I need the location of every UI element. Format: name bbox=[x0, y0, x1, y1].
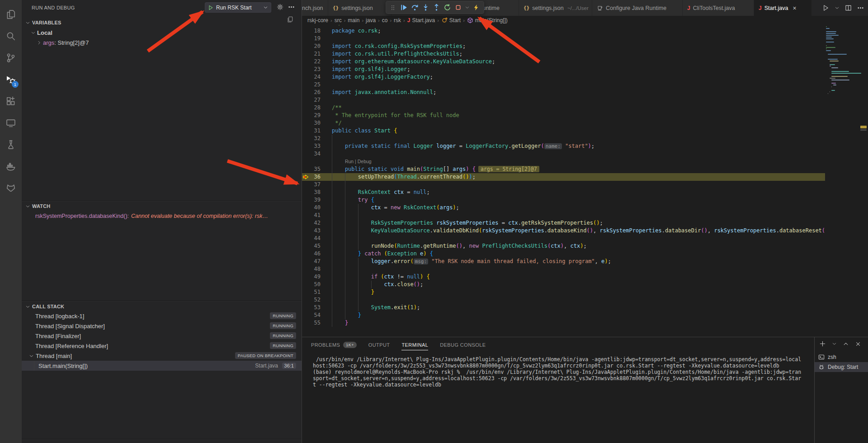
editor-gutter[interactable]: 46 bbox=[302, 250, 332, 258]
chevron-down-icon[interactable] bbox=[835, 5, 840, 10]
editor-gutter[interactable]: 23 bbox=[302, 66, 332, 73]
remote-monitor-icon[interactable] bbox=[0, 114, 22, 132]
breakpoints-section-header[interactable]: BREAKPOINTS bbox=[25, 440, 69, 443]
breadcrumb-item-start-java[interactable]: JStart.java bbox=[407, 17, 435, 24]
editor-gutter[interactable]: 54 bbox=[302, 311, 332, 319]
step-over-icon[interactable] bbox=[410, 3, 419, 12]
watch-section-header[interactable]: WATCH bbox=[25, 202, 51, 211]
source-control-icon[interactable] bbox=[0, 49, 22, 67]
editor-gutter[interactable]: 48 bbox=[302, 265, 332, 273]
editor-gutter[interactable]: 18 bbox=[302, 27, 332, 35]
stop-icon[interactable] bbox=[453, 3, 462, 12]
breadcrumb-item-rsk[interactable]: rsk bbox=[394, 17, 401, 24]
split-editor-icon[interactable] bbox=[845, 5, 852, 11]
tab-output[interactable]: OUTPUT bbox=[368, 337, 390, 352]
hot-code-replace-bolt-icon[interactable] bbox=[472, 3, 481, 12]
editor-gutter[interactable]: 34 bbox=[302, 150, 332, 158]
editor-gutter[interactable]: 51 bbox=[302, 288, 332, 296]
tab-start-java[interactable]: JStart.java× bbox=[754, 0, 812, 16]
overview-ruler[interactable] bbox=[859, 25, 868, 337]
chevron-down-icon[interactable] bbox=[464, 3, 470, 12]
tab-debug-console[interactable]: DEBUG CONSOLE bbox=[440, 337, 486, 352]
close-icon[interactable]: × bbox=[793, 5, 797, 12]
step-into-icon[interactable] bbox=[421, 3, 430, 12]
fox-extension-icon[interactable] bbox=[0, 179, 22, 197]
thread-row[interactable]: Thread [Finalizer]RUNNING bbox=[22, 331, 302, 341]
pages-icon[interactable] bbox=[287, 16, 293, 23]
chevron-down-icon[interactable] bbox=[263, 5, 268, 10]
terminal-list-item-debug-start[interactable]: Debug: Start bbox=[815, 362, 868, 372]
editor-gutter[interactable]: 24 bbox=[302, 73, 332, 81]
editor-gutter[interactable]: 43 bbox=[302, 227, 332, 235]
start-debug-icon[interactable] bbox=[208, 5, 213, 10]
terminal-output[interactable]: /usr/bin/env /Library/Internet\ Plug-Ins… bbox=[313, 356, 801, 388]
tab-configure-java-runtime[interactable]: Configure Java Runtime bbox=[592, 0, 683, 16]
thread-row[interactable]: Thread [main]PAUSED ON BREAKPOINT bbox=[22, 351, 302, 361]
tab-settings-json[interactable]: {}settings.json bbox=[328, 0, 392, 16]
breadcrumb-item-main-string-[interactable]: main(String[]) bbox=[467, 17, 508, 24]
tab-terminal[interactable]: TERMINAL bbox=[401, 337, 428, 352]
gear-icon[interactable] bbox=[277, 4, 283, 10]
test-beaker-icon[interactable] bbox=[0, 136, 22, 154]
editor-gutter[interactable]: 41 bbox=[302, 212, 332, 219]
continue-icon[interactable] bbox=[399, 3, 408, 12]
restart-icon[interactable] bbox=[443, 3, 452, 12]
more-actions-icon[interactable] bbox=[288, 4, 295, 10]
more-icon[interactable] bbox=[857, 5, 864, 11]
editor-gutter[interactable]: 49 bbox=[302, 273, 332, 281]
editor-gutter[interactable] bbox=[302, 158, 332, 165]
editor-gutter[interactable]: 44 bbox=[302, 235, 332, 242]
editor-gutter[interactable]: 55 bbox=[302, 319, 332, 327]
extensions-icon[interactable] bbox=[0, 92, 22, 110]
breadcrumb-item-main[interactable]: main bbox=[348, 17, 359, 24]
run-and-debug-icon[interactable]: 1 bbox=[0, 71, 22, 89]
breadcrumb-item-java[interactable]: java bbox=[366, 17, 376, 24]
editor-gutter[interactable]: 40 bbox=[302, 204, 332, 212]
editor-gutter[interactable]: 53 bbox=[302, 304, 332, 311]
editor-gutter[interactable]: 27 bbox=[302, 96, 332, 104]
editor-gutter[interactable]: 36 bbox=[302, 173, 332, 181]
grip-icon[interactable] bbox=[388, 3, 397, 12]
editor-gutter[interactable]: 52 bbox=[302, 296, 332, 304]
minimap[interactable] bbox=[825, 25, 859, 337]
breadcrumb-item-co[interactable]: co bbox=[382, 17, 388, 24]
stack-frame-start-main[interactable]: Start.main(String[]) Start.java 36:1 bbox=[22, 361, 302, 371]
editor-gutter[interactable]: 31 bbox=[302, 127, 332, 135]
tab-settings-json[interactable]: {}settings.json~/.../User bbox=[519, 0, 592, 16]
editor-gutter[interactable]: 29 bbox=[302, 112, 332, 119]
editor-gutter[interactable]: 25 bbox=[302, 81, 332, 89]
variables-scope-local[interactable]: Local bbox=[22, 28, 302, 38]
launch-config-dropdown[interactable]: Run RSK Start bbox=[205, 2, 271, 13]
tab-problems[interactable]: PROBLEMS 1K+ bbox=[311, 337, 357, 352]
thread-row[interactable]: Thread [Signal Dispatcher]RUNNING bbox=[22, 321, 302, 331]
run-icon[interactable] bbox=[822, 5, 829, 11]
thread-row[interactable]: Thread [logback-1]RUNNING bbox=[22, 311, 302, 321]
editor-gutter[interactable]: 50 bbox=[302, 281, 332, 288]
breadcrumb-item-start[interactable]: Start bbox=[441, 17, 461, 24]
editor-gutter[interactable]: 37 bbox=[302, 181, 332, 189]
editor-gutter[interactable]: 21 bbox=[302, 50, 332, 58]
call-stack-section-header[interactable]: CALL STACK bbox=[25, 302, 64, 311]
code-editor[interactable]: 17 */18package co.rsk;1920import co.rsk.… bbox=[302, 25, 825, 337]
docker-whale-icon[interactable] bbox=[0, 157, 22, 175]
editor-gutter[interactable]: 33 bbox=[302, 142, 332, 150]
terminal-list-item-zsh[interactable]: zsh bbox=[815, 352, 868, 362]
editor-gutter[interactable]: 22 bbox=[302, 58, 332, 66]
tab-nch-json[interactable]: nch.json bbox=[302, 0, 328, 16]
thread-row[interactable]: Thread [Reference Handler]RUNNING bbox=[22, 341, 302, 351]
editor-gutter[interactable]: 30 bbox=[302, 119, 332, 127]
editor-gutter[interactable]: 42 bbox=[302, 219, 332, 227]
editor-gutter[interactable]: 28 bbox=[302, 104, 332, 112]
breadcrumb-item-rskj-core[interactable]: rskj-core bbox=[307, 17, 328, 24]
variable-args[interactable]: args : String[2]@7 bbox=[22, 38, 302, 47]
watch-expression[interactable]: rskSystemProperties.databaseKind(): Cann… bbox=[22, 211, 302, 221]
breadcrumb-item-src[interactable]: src bbox=[335, 17, 342, 24]
editor-gutter[interactable]: 26 bbox=[302, 89, 332, 96]
editor-gutter[interactable]: 47 bbox=[302, 258, 332, 265]
search-icon[interactable] bbox=[0, 27, 22, 45]
editor-gutter[interactable]: 45 bbox=[302, 242, 332, 250]
editor-gutter[interactable]: 32 bbox=[302, 135, 332, 142]
editor-gutter[interactable]: 20 bbox=[302, 42, 332, 50]
tab-clitoolstest-java[interactable]: JCliToolsTest.java bbox=[683, 0, 754, 16]
variables-section-header[interactable]: VARIABLES bbox=[25, 18, 61, 27]
